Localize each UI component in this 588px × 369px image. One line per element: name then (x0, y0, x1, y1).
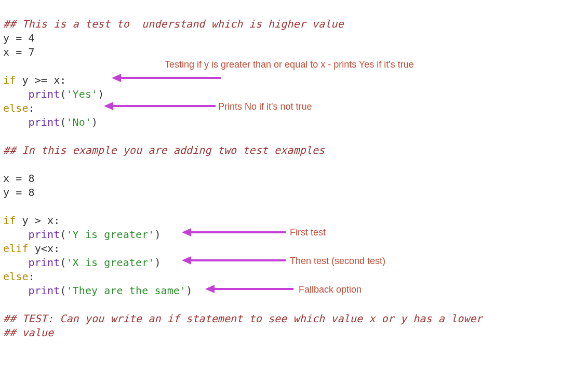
indent (3, 284, 29, 297)
annotation-text: Testing if y is greater than or equal to… (165, 58, 414, 72)
paren: ( (60, 256, 66, 269)
paren: ( (60, 228, 66, 241)
function-print: print (29, 88, 60, 100)
string: 'X is greater' (66, 256, 154, 269)
paren: ) (98, 88, 104, 100)
indent (3, 88, 29, 100)
svg-marker-7 (182, 256, 191, 265)
function-print: print (29, 284, 60, 297)
svg-marker-5 (182, 228, 191, 236)
expression: y >= x: (16, 74, 66, 86)
operator: = (9, 46, 28, 58)
arrow-icon (205, 284, 293, 294)
arrow-icon (182, 227, 286, 238)
string: 'They are the same' (66, 284, 186, 297)
variable: x (3, 172, 9, 184)
number: 8 (29, 186, 35, 199)
expression: y > x: (16, 214, 60, 227)
annotation-text: Prints No if it's not true (218, 100, 312, 114)
comment-line: ## TEST: Can you write an if statement t… (3, 312, 483, 325)
keyword-else: else (3, 102, 29, 114)
variable: y (3, 186, 9, 199)
indent (3, 228, 29, 241)
number: 7 (29, 46, 35, 58)
comment-line: ## value (3, 326, 54, 339)
number: 4 (29, 32, 35, 44)
svg-marker-9 (205, 285, 215, 293)
paren: ) (154, 256, 161, 269)
indent (3, 116, 29, 128)
keyword-elif: elif (3, 242, 29, 255)
operator: = (9, 32, 28, 44)
keyword-else: else (3, 270, 29, 283)
arrow-icon (104, 101, 216, 111)
paren: ) (186, 284, 192, 297)
annotation-text: Fallback option (299, 283, 362, 297)
arrow-icon (112, 73, 221, 83)
annotation-text: First test (290, 226, 326, 240)
comment-line: ## In this example you are adding two te… (3, 144, 325, 156)
indent (3, 256, 29, 269)
string: 'No' (66, 116, 91, 128)
function-print: print (29, 228, 60, 241)
colon: : (29, 102, 35, 114)
function-print: print (29, 256, 60, 269)
paren: ( (60, 116, 66, 128)
paren: ) (91, 116, 98, 128)
svg-marker-1 (112, 74, 121, 82)
paren: ( (60, 284, 66, 297)
paren: ( (60, 88, 66, 100)
svg-marker-3 (104, 102, 113, 110)
function-print: print (29, 116, 60, 128)
comment-line: ## This is a test to understand which is… (3, 18, 344, 30)
variable: y (3, 32, 9, 44)
string: 'Y is greater' (66, 228, 154, 241)
keyword-if: if (3, 74, 16, 86)
operator: = (9, 186, 28, 199)
string: 'Yes' (66, 88, 98, 100)
colon: : (29, 270, 35, 283)
paren: ) (154, 228, 161, 241)
variable: x (3, 46, 9, 58)
number: 8 (29, 172, 35, 184)
expression: y<x: (29, 242, 60, 255)
arrow-icon (182, 255, 286, 266)
keyword-if: if (3, 214, 16, 227)
operator: = (9, 172, 28, 184)
annotation-text: Then test (second test) (290, 254, 385, 268)
